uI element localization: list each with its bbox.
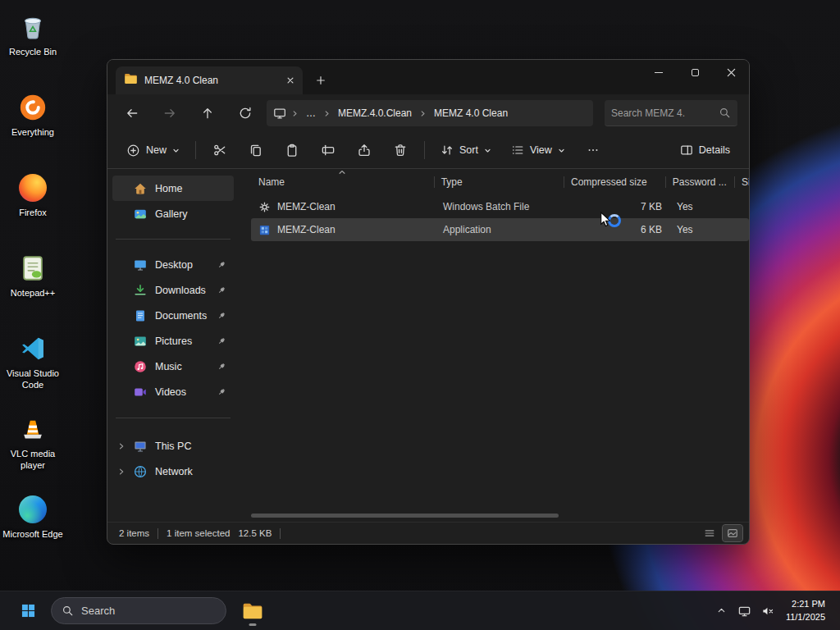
details-button[interactable]: Details [673,138,737,162]
breadcrumb-current[interactable]: MEMZ 4.0 Clean [428,104,514,122]
sidebar-item-videos[interactable]: Videos [112,379,234,404]
maximize-button[interactable] [677,60,713,84]
minimize-button[interactable] [641,60,677,84]
file-type: Application [443,224,491,235]
videos-icon [134,386,147,399]
desktop-icon-everything[interactable]: Everything [2,90,64,139]
sidebar-item-downloads[interactable]: Downloads [112,277,234,303]
sidebar-item-home[interactable]: Home [112,176,234,201]
file-name: MEMZ-Clean [277,224,336,235]
column-label: Password ... [673,176,727,188]
column-header-type[interactable]: Type [434,169,564,195]
rename-button[interactable] [313,136,344,164]
column-label: Compressed size [571,176,647,188]
pictures-icon [134,335,147,348]
tab-close-button[interactable] [283,73,298,88]
clock-time: 2:21 PM [792,598,825,610]
view-button-label: View [530,144,552,156]
volume-mute-icon[interactable] [756,596,779,626]
chevron-right-icon[interactable] [117,442,126,450]
system-tray: 2:21 PM 11/1/2025 [710,596,833,626]
forward-button[interactable] [157,100,183,126]
breadcrumb-parent[interactable]: MEMZ.4.0.Clean [332,104,418,122]
command-bar: New So [107,132,749,169]
new-button[interactable]: New [119,138,187,163]
application-file-icon [258,224,271,236]
column-label: Si [742,176,749,188]
close-button[interactable] [713,60,749,84]
desktop: Recycle Bin Everything Firefox Notepad++ [0,0,840,630]
chevron-right-icon[interactable] [117,468,126,476]
sidebar-item-label: Pictures [155,336,192,347]
chevron-right-icon [291,110,299,117]
cut-button[interactable] [204,136,235,164]
this-pc-icon [134,440,147,453]
file-type: Windows Batch File [443,201,529,212]
file-name: MEMZ-Clean [277,201,336,212]
taskbar-explorer-button[interactable] [236,595,269,628]
column-header-name[interactable]: Name [251,169,434,195]
desktop-icon-recycle-bin[interactable]: Recycle Bin [2,10,64,58]
desktop-icon-edge[interactable]: Microsoft Edge [2,492,64,541]
breadcrumb-overflow[interactable]: … [300,104,322,122]
sidebar-item-music[interactable]: Music [112,354,234,379]
sidebar-item-network[interactable]: Network [112,459,234,484]
copy-button[interactable] [240,136,272,164]
sidebar-item-this-pc[interactable]: This PC [112,433,234,459]
desktop-icon-vlc[interactable]: VLC media player [2,412,64,472]
desktop-icon-firefox[interactable]: Firefox [2,171,64,219]
more-button[interactable] [578,136,609,164]
taskbar-search[interactable]: Search [51,597,226,624]
share-button[interactable] [349,136,380,164]
details-view-button[interactable] [700,525,719,541]
start-button[interactable] [11,595,44,628]
sidebar-item-label: Videos [155,386,186,398]
network-tray-icon[interactable] [733,596,756,626]
firefox-icon [19,171,47,205]
toolbar-separator [424,141,425,159]
sidebar-item-documents[interactable]: Documents [112,303,234,328]
paste-button[interactable] [276,136,308,164]
documents-icon [134,309,147,322]
status-separator [158,528,158,539]
desktop-icon-label: VLC media player [2,449,64,472]
sort-button[interactable]: Sort [433,138,499,162]
sidebar-item-gallery[interactable]: Gallery [112,201,234,226]
explorer-tab[interactable]: MEMZ 4.0 Clean [116,66,303,94]
desktop-icon-notepadpp[interactable]: Notepad++ [2,251,64,299]
toolbar-separator [195,141,196,159]
pin-icon [217,260,226,270]
delete-button[interactable] [385,136,416,164]
new-button-label: New [146,144,167,156]
file-row-selected[interactable]: MEMZ-Clean Application 6 KB Yes [251,218,749,241]
column-header-password[interactable]: Password ... [665,169,734,195]
sidebar-item-desktop[interactable]: Desktop [112,252,234,277]
taskbar-clock[interactable]: 2:21 PM 11/1/2025 [779,598,833,623]
sidebar-item-label: Gallery [155,208,188,220]
refresh-button[interactable] [232,100,258,126]
up-button[interactable] [194,100,221,126]
column-header-compressed-size[interactable]: Compressed size [564,169,665,195]
desktop-icon-vscode[interactable]: Visual Studio Code [2,331,64,391]
tab-strip: MEMZ 4.0 Clean [107,60,749,94]
column-header-size[interactable]: Si [734,169,749,195]
taskbar-search-label: Search [81,605,115,617]
music-icon [134,360,147,373]
new-tab-button[interactable] [309,69,332,92]
everything-icon [19,90,47,125]
status-bar: 2 items 1 item selected 12.5 KB [107,522,749,544]
file-row[interactable]: MEMZ-Clean Windows Batch File 7 KB Yes [251,195,749,218]
view-button[interactable]: View [504,138,573,162]
back-button[interactable] [119,100,145,126]
breadcrumb: … MEMZ.4.0.Clean MEMZ 4.0 Clean [267,100,593,126]
desktop-icon-label: Visual Studio Code [2,368,64,391]
column-label: Type [441,176,463,188]
sidebar-separator [116,418,231,418]
explorer-search-input[interactable] [611,107,714,119]
tray-chevron-button[interactable] [710,596,733,626]
large-thumbnails-view-button[interactable] [723,525,742,541]
horizontal-scrollbar[interactable] [251,514,559,518]
pin-icon [217,362,226,372]
active-app-indicator [249,623,257,626]
sidebar-item-pictures[interactable]: Pictures [112,328,234,354]
